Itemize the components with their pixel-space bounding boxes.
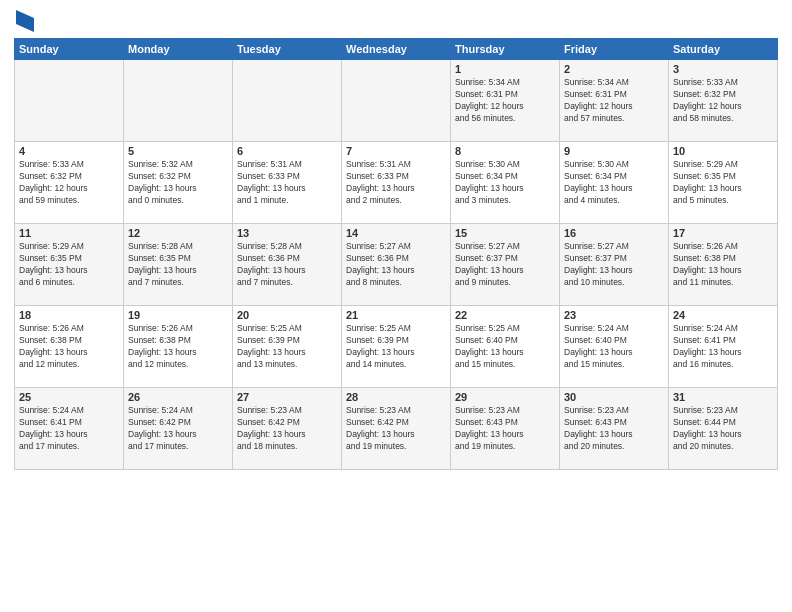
day-number: 15 (455, 227, 555, 239)
day-number: 9 (564, 145, 664, 157)
calendar-cell: 16Sunrise: 5:27 AM Sunset: 6:37 PM Dayli… (560, 224, 669, 306)
header-row: SundayMondayTuesdayWednesdayThursdayFrid… (15, 39, 778, 60)
day-number: 24 (673, 309, 773, 321)
calendar-cell: 10Sunrise: 5:29 AM Sunset: 6:35 PM Dayli… (669, 142, 778, 224)
calendar-row-4: 18Sunrise: 5:26 AM Sunset: 6:38 PM Dayli… (15, 306, 778, 388)
calendar-cell (124, 60, 233, 142)
day-number: 4 (19, 145, 119, 157)
day-number: 31 (673, 391, 773, 403)
day-info: Sunrise: 5:25 AM Sunset: 6:39 PM Dayligh… (237, 323, 337, 371)
calendar-cell: 30Sunrise: 5:23 AM Sunset: 6:43 PM Dayli… (560, 388, 669, 470)
day-number: 23 (564, 309, 664, 321)
calendar-cell: 5Sunrise: 5:32 AM Sunset: 6:32 PM Daylig… (124, 142, 233, 224)
day-info: Sunrise: 5:34 AM Sunset: 6:31 PM Dayligh… (455, 77, 555, 125)
calendar-cell (233, 60, 342, 142)
logo-icon (16, 10, 34, 32)
day-header-saturday: Saturday (669, 39, 778, 60)
calendar-cell: 24Sunrise: 5:24 AM Sunset: 6:41 PM Dayli… (669, 306, 778, 388)
day-number: 16 (564, 227, 664, 239)
day-number: 28 (346, 391, 446, 403)
day-info: Sunrise: 5:26 AM Sunset: 6:38 PM Dayligh… (128, 323, 228, 371)
calendar-cell: 31Sunrise: 5:23 AM Sunset: 6:44 PM Dayli… (669, 388, 778, 470)
day-header-tuesday: Tuesday (233, 39, 342, 60)
day-info: Sunrise: 5:30 AM Sunset: 6:34 PM Dayligh… (564, 159, 664, 207)
day-header-monday: Monday (124, 39, 233, 60)
calendar-cell: 14Sunrise: 5:27 AM Sunset: 6:36 PM Dayli… (342, 224, 451, 306)
day-number: 25 (19, 391, 119, 403)
day-number: 2 (564, 63, 664, 75)
day-number: 5 (128, 145, 228, 157)
calendar-cell: 18Sunrise: 5:26 AM Sunset: 6:38 PM Dayli… (15, 306, 124, 388)
day-number: 1 (455, 63, 555, 75)
day-info: Sunrise: 5:31 AM Sunset: 6:33 PM Dayligh… (237, 159, 337, 207)
calendar-cell: 12Sunrise: 5:28 AM Sunset: 6:35 PM Dayli… (124, 224, 233, 306)
calendar-cell: 20Sunrise: 5:25 AM Sunset: 6:39 PM Dayli… (233, 306, 342, 388)
calendar-cell: 17Sunrise: 5:26 AM Sunset: 6:38 PM Dayli… (669, 224, 778, 306)
day-number: 26 (128, 391, 228, 403)
calendar-row-1: 1Sunrise: 5:34 AM Sunset: 6:31 PM Daylig… (15, 60, 778, 142)
day-info: Sunrise: 5:29 AM Sunset: 6:35 PM Dayligh… (19, 241, 119, 289)
day-number: 18 (19, 309, 119, 321)
calendar-cell: 28Sunrise: 5:23 AM Sunset: 6:42 PM Dayli… (342, 388, 451, 470)
day-info: Sunrise: 5:24 AM Sunset: 6:41 PM Dayligh… (19, 405, 119, 453)
calendar-table: SundayMondayTuesdayWednesdayThursdayFrid… (14, 38, 778, 470)
calendar-cell: 8Sunrise: 5:30 AM Sunset: 6:34 PM Daylig… (451, 142, 560, 224)
day-number: 13 (237, 227, 337, 239)
day-header-wednesday: Wednesday (342, 39, 451, 60)
calendar-cell: 11Sunrise: 5:29 AM Sunset: 6:35 PM Dayli… (15, 224, 124, 306)
day-number: 6 (237, 145, 337, 157)
day-info: Sunrise: 5:26 AM Sunset: 6:38 PM Dayligh… (19, 323, 119, 371)
calendar-cell: 22Sunrise: 5:25 AM Sunset: 6:40 PM Dayli… (451, 306, 560, 388)
day-header-sunday: Sunday (15, 39, 124, 60)
day-number: 14 (346, 227, 446, 239)
day-info: Sunrise: 5:23 AM Sunset: 6:42 PM Dayligh… (237, 405, 337, 453)
day-number: 8 (455, 145, 555, 157)
day-number: 22 (455, 309, 555, 321)
day-number: 3 (673, 63, 773, 75)
day-number: 7 (346, 145, 446, 157)
day-number: 10 (673, 145, 773, 157)
day-info: Sunrise: 5:33 AM Sunset: 6:32 PM Dayligh… (19, 159, 119, 207)
day-info: Sunrise: 5:32 AM Sunset: 6:32 PM Dayligh… (128, 159, 228, 207)
day-info: Sunrise: 5:27 AM Sunset: 6:36 PM Dayligh… (346, 241, 446, 289)
calendar-cell: 23Sunrise: 5:24 AM Sunset: 6:40 PM Dayli… (560, 306, 669, 388)
svg-marker-0 (16, 10, 34, 32)
day-number: 20 (237, 309, 337, 321)
calendar-row-2: 4Sunrise: 5:33 AM Sunset: 6:32 PM Daylig… (15, 142, 778, 224)
day-number: 21 (346, 309, 446, 321)
day-info: Sunrise: 5:23 AM Sunset: 6:43 PM Dayligh… (564, 405, 664, 453)
day-info: Sunrise: 5:28 AM Sunset: 6:36 PM Dayligh… (237, 241, 337, 289)
calendar-cell: 13Sunrise: 5:28 AM Sunset: 6:36 PM Dayli… (233, 224, 342, 306)
day-number: 11 (19, 227, 119, 239)
day-number: 29 (455, 391, 555, 403)
calendar-cell: 6Sunrise: 5:31 AM Sunset: 6:33 PM Daylig… (233, 142, 342, 224)
day-info: Sunrise: 5:29 AM Sunset: 6:35 PM Dayligh… (673, 159, 773, 207)
calendar-cell: 27Sunrise: 5:23 AM Sunset: 6:42 PM Dayli… (233, 388, 342, 470)
calendar-cell: 15Sunrise: 5:27 AM Sunset: 6:37 PM Dayli… (451, 224, 560, 306)
calendar-cell: 29Sunrise: 5:23 AM Sunset: 6:43 PM Dayli… (451, 388, 560, 470)
day-info: Sunrise: 5:23 AM Sunset: 6:43 PM Dayligh… (455, 405, 555, 453)
day-number: 27 (237, 391, 337, 403)
day-header-thursday: Thursday (451, 39, 560, 60)
calendar-row-5: 25Sunrise: 5:24 AM Sunset: 6:41 PM Dayli… (15, 388, 778, 470)
logo (14, 10, 34, 32)
calendar-cell: 1Sunrise: 5:34 AM Sunset: 6:31 PM Daylig… (451, 60, 560, 142)
calendar-cell: 25Sunrise: 5:24 AM Sunset: 6:41 PM Dayli… (15, 388, 124, 470)
day-info: Sunrise: 5:33 AM Sunset: 6:32 PM Dayligh… (673, 77, 773, 125)
day-number: 30 (564, 391, 664, 403)
calendar-cell: 3Sunrise: 5:33 AM Sunset: 6:32 PM Daylig… (669, 60, 778, 142)
calendar-cell (342, 60, 451, 142)
calendar-cell: 26Sunrise: 5:24 AM Sunset: 6:42 PM Dayli… (124, 388, 233, 470)
day-header-friday: Friday (560, 39, 669, 60)
day-number: 17 (673, 227, 773, 239)
day-info: Sunrise: 5:24 AM Sunset: 6:40 PM Dayligh… (564, 323, 664, 371)
day-number: 12 (128, 227, 228, 239)
page: SundayMondayTuesdayWednesdayThursdayFrid… (0, 0, 792, 612)
day-info: Sunrise: 5:34 AM Sunset: 6:31 PM Dayligh… (564, 77, 664, 125)
calendar-cell: 19Sunrise: 5:26 AM Sunset: 6:38 PM Dayli… (124, 306, 233, 388)
day-info: Sunrise: 5:23 AM Sunset: 6:44 PM Dayligh… (673, 405, 773, 453)
calendar-row-3: 11Sunrise: 5:29 AM Sunset: 6:35 PM Dayli… (15, 224, 778, 306)
day-info: Sunrise: 5:31 AM Sunset: 6:33 PM Dayligh… (346, 159, 446, 207)
day-info: Sunrise: 5:25 AM Sunset: 6:40 PM Dayligh… (455, 323, 555, 371)
header (14, 10, 778, 32)
